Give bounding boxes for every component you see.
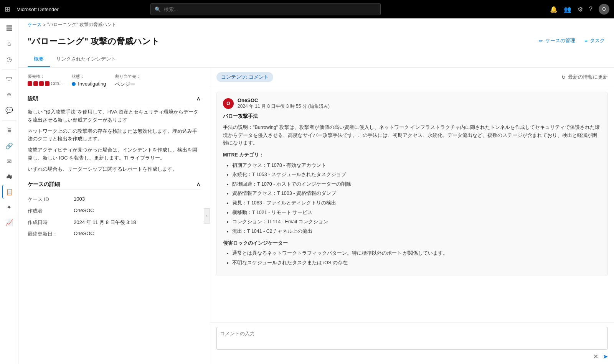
priority-dots: Criti... [28, 81, 63, 86]
comment-body: 手法の説明："Burrowing" 攻撃は、攻撃者が価値の高い資産に侵入し、ネッ… [223, 124, 601, 267]
panel-toggle[interactable]: ‹ [204, 208, 210, 224]
comment-avatar: O [223, 98, 234, 109]
people-icon[interactable]: 👥 [564, 6, 571, 13]
list-item: 防御回避：T 1070 - ホストでのインジケーターの削除 [232, 180, 601, 188]
app-logo: Microsoft Defender [17, 7, 59, 12]
search-input[interactable] [164, 7, 376, 12]
comment-timestamp: 2024 年 11 月 8 日午後 3 時 55 分 (編集済み) [238, 103, 330, 110]
priority-dot-1 [28, 81, 32, 86]
content-area: ケース > "バローニング" 攻撃の脅威ハント "バローニング" 攻撃の脅威ハン… [18, 18, 614, 364]
sidebar-item-email[interactable]: ✉ [2, 154, 16, 168]
detail-label-author: 作成者 [28, 205, 74, 217]
list-item: 永続化：T 1053 - スケジュールされたタスクジョブ [232, 171, 601, 179]
notification-icon[interactable]: 🔔 [550, 6, 558, 13]
priority-dot-4 [45, 81, 50, 86]
help-icon[interactable]: ? [589, 6, 593, 13]
refresh-button[interactable]: ↻ 最新の情報に更新 [561, 74, 608, 81]
page-title: "バローニング" 攻撃の脅威ハント [28, 36, 160, 47]
search-box[interactable]: 🔍 [150, 3, 381, 15]
assignee-label: 割り当て先： [115, 74, 140, 79]
description-label: 説明 [28, 96, 38, 102]
detail-label-updated: 最終更新日： [28, 228, 74, 240]
case-details-section-header[interactable]: ケースの詳細 ∧ [28, 180, 201, 190]
settings-icon[interactable]: ⚙ [578, 6, 583, 13]
tab-overview[interactable]: 概要 [28, 52, 50, 67]
assignee-text: ベンジー [115, 81, 140, 88]
comment-intro: 手法の説明："Burrowing" 攻撃は、攻撃者が価値の高い資産に侵入し、ネッ… [223, 124, 601, 147]
case-details-table: ケース ID 1003 作成者 OneSOC 作成日時 2024 年 11 月 … [28, 194, 201, 240]
search-icon: 🔍 [155, 7, 161, 12]
right-panel: コンテンツ: コメント ↻ 最新の情報に更新 O OneSOC 2024 年 1… [210, 68, 614, 364]
page-header: "バローニング" 攻撃の脅威ハント ✏ ケースの管理 ≡ タスク [18, 31, 614, 47]
table-row: 最終更新日： OneSOC [28, 228, 201, 240]
meta-row: 優先権： Criti... 状態： [28, 74, 201, 88]
table-row: 作成者 OneSOC [28, 205, 201, 217]
tab-linked-incidents[interactable]: リンクされたインシデント [50, 52, 122, 67]
sidebar-item-analytics[interactable]: ✦ [2, 200, 16, 214]
desc-p2: ネットワーク上のこの攻撃者の存在を検証または無効化します。埋め込み手法のクエリと… [28, 127, 201, 143]
left-panel: 優先権： Criti... 状態： [18, 68, 210, 364]
sidebar-item-reports[interactable]: 📈 [2, 216, 16, 229]
description-content: 新しい "侵入攻撃手法"を使用して、HVA 資産とセキュリティ環境からデータを流… [28, 108, 201, 173]
topbar: ⊞ Microsoft Defender 🔍 🔔 👥 ⚙ ? O [0, 0, 614, 18]
sidebar: ☰ ⌂ ◷ 🛡 ⊙ 💬 🖥 🔗 ✉ ☁ 📋 ✦ 📈 [0, 18, 18, 364]
sidebar-item-cloud[interactable]: ☁ [2, 170, 16, 183]
close-button[interactable]: ✕ [593, 353, 598, 360]
comment-card: O OneSOC 2024 年 11 月 8 日午後 3 時 55 分 (編集済… [216, 92, 608, 276]
tabs: 概要 リンクされたインシデント [18, 52, 614, 68]
priority-text: Criti... [51, 81, 63, 86]
comment-input-actions: ✕ ➤ [216, 353, 608, 360]
desc-p3: 攻撃アクティビティが見つかった場合は、インシデントを作成し、検出を開発し、新しい… [28, 146, 201, 162]
avatar[interactable]: O [599, 4, 609, 15]
priority-item: 優先権： Criti... [28, 74, 63, 86]
comment-input-area: ✕ ➤ [210, 323, 614, 364]
description-section-header[interactable]: 説明 ∧ [28, 94, 201, 104]
comment-header: O OneSOC 2024 年 11 月 8 日午後 3 時 55 分 (編集済… [223, 97, 601, 110]
mitre-label: MITRE カテゴリ： [223, 151, 601, 159]
mitre-list: 初期アクセス：T 1078 - 有効なアカウント 永続化：T 1053 - スケ… [223, 161, 601, 236]
sidebar-item-recent[interactable]: ◷ [2, 52, 16, 66]
sidebar-item-menu[interactable]: ☰ [2, 21, 16, 35]
breadcrumb-current: "バローニング" 攻撃の脅威ハント [47, 21, 116, 28]
ioc-label: 侵害ロックのインジケーター [223, 239, 601, 247]
detail-value-caseid: 1003 [74, 194, 201, 205]
grid-icon[interactable]: ⊞ [5, 5, 10, 13]
comment-author: OneSOC [238, 97, 330, 103]
collapse-icon-2: ∧ [196, 181, 201, 188]
sidebar-item-home[interactable]: ⌂ [2, 37, 16, 51]
sidebar-item-cases[interactable]: 📋 [2, 185, 16, 199]
table-row: ケース ID 1003 [28, 194, 201, 205]
desc-p1: 新しい "侵入攻撃手法"を使用して、HVA 資産とセキュリティ環境からデータを流… [28, 108, 201, 124]
sidebar-item-incidents[interactable]: ⊙ [2, 88, 16, 102]
detail-label-caseid: ケース ID [28, 194, 74, 205]
comments-area: O OneSOC 2024 年 11 月 8 日午後 3 時 55 分 (編集済… [210, 87, 614, 323]
sidebar-item-alerts[interactable]: 💬 [2, 103, 16, 117]
status-item: 状態： Investigating [72, 74, 106, 87]
content-type-badge[interactable]: コンテンツ: コメント [216, 72, 273, 82]
manage-case-label: ケースの管理 [545, 37, 575, 44]
comment-meta-info: OneSOC 2024 年 11 月 8 日午後 3 時 55 分 (編集済み) [238, 97, 330, 110]
detail-value-created: 2024 年 11 月 8 日午後 3:18 [74, 217, 201, 228]
collapse-icon: ∧ [196, 96, 201, 102]
status-badge: Investigating [72, 81, 106, 87]
breadcrumb-separator: > [43, 22, 46, 28]
sidebar-item-assets[interactable]: 🖥 [2, 124, 16, 137]
detail-value-updated: OneSOC [74, 228, 201, 240]
manage-case-button[interactable]: ✏ ケースの管理 [539, 37, 575, 44]
sidebar-item-shield[interactable]: 🛡 [2, 72, 16, 86]
header-actions: ✏ ケースの管理 ≡ タスク [539, 36, 605, 44]
assignee-item: 割り当て先： ベンジー [115, 74, 140, 88]
ioc-list: 通常とは異なるネットワークトラフィックパターン。特に標準以外のポート が関係して… [223, 249, 601, 267]
list-item: 発見：T 1083 - ファイルとディレクトリの検出 [232, 199, 601, 207]
right-panel-header: コンテンツ: コメント ↻ 最新の情報に更新 [210, 68, 614, 87]
breadcrumb-case[interactable]: ケース [28, 21, 41, 28]
task-button[interactable]: ≡ タスク [584, 37, 605, 44]
divider2 [2, 120, 16, 120]
sidebar-item-partners[interactable]: 🔗 [2, 139, 16, 153]
send-button[interactable]: ➤ [603, 353, 608, 360]
main-split: 優先権： Criti... 状態： [18, 68, 614, 364]
breadcrumb: ケース > "バローニング" 攻撃の脅威ハント [18, 18, 614, 31]
comment-input[interactable] [216, 327, 608, 350]
priority-dot-2 [33, 81, 38, 86]
priority-dot-3 [39, 81, 44, 86]
